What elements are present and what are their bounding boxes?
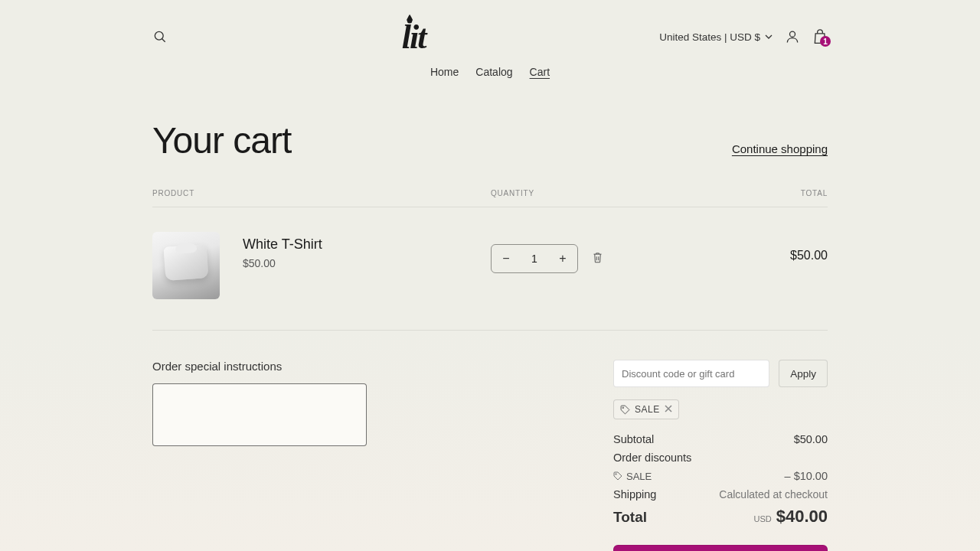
- cart-badge: 1: [820, 36, 831, 47]
- quantity-stepper: − 1 +: [491, 244, 578, 273]
- svg-point-0: [155, 31, 163, 40]
- svg-point-4: [616, 474, 617, 475]
- header: lit United States | USD $ 1: [152, 0, 828, 55]
- special-instructions: Order special instructions: [152, 360, 460, 551]
- total-label: Total: [613, 509, 647, 526]
- subtotal-label: Subtotal: [613, 433, 654, 445]
- cart-row: White T-Shirt $50.00 − 1 + $50.00: [152, 207, 828, 331]
- locale-selector[interactable]: United States | USD $: [659, 31, 773, 43]
- search-icon[interactable]: [152, 29, 168, 44]
- checkout-button[interactable]: Check out: [613, 545, 828, 551]
- page-title: Your cart: [152, 119, 291, 161]
- order-summary: Apply SALE Subtotal $50.00 Order discoun…: [613, 360, 828, 551]
- svg-point-2: [789, 31, 795, 37]
- account-icon[interactable]: [785, 29, 800, 44]
- flame-icon: [407, 15, 413, 24]
- chevron-down-icon: [765, 34, 773, 39]
- shipping-label: Shipping: [613, 488, 656, 500]
- qty-value[interactable]: 1: [521, 253, 548, 265]
- svg-line-1: [162, 39, 165, 42]
- discount-input[interactable]: [613, 360, 769, 387]
- close-icon: [665, 405, 672, 412]
- apply-discount-button[interactable]: Apply: [779, 360, 828, 387]
- logo-text: lit: [402, 18, 426, 57]
- svg-point-3: [622, 406, 624, 408]
- nav-catalog[interactable]: Catalog: [475, 66, 512, 78]
- applied-discount-chip: SALE: [613, 399, 679, 419]
- instructions-input[interactable]: [152, 383, 367, 446]
- nav-home[interactable]: Home: [430, 66, 459, 78]
- remove-item-button[interactable]: [592, 251, 603, 267]
- nav-cart[interactable]: Cart: [530, 66, 550, 78]
- line-total: $50.00: [705, 232, 828, 262]
- qty-increase-button[interactable]: +: [548, 245, 577, 272]
- qty-decrease-button[interactable]: −: [492, 245, 521, 272]
- cart-icon[interactable]: 1: [812, 28, 828, 45]
- col-total: TOTAL: [705, 189, 828, 197]
- product-name[interactable]: White T-Shirt: [243, 236, 322, 253]
- tag-icon: [620, 405, 630, 415]
- subtotal-value: $50.00: [794, 433, 828, 445]
- locale-label: United States | USD $: [659, 31, 760, 43]
- order-discounts-label: Order discounts: [613, 452, 691, 464]
- discount-value: – $10.00: [785, 470, 828, 482]
- total-value: $40.00: [776, 507, 828, 526]
- discount-name: SALE: [626, 471, 652, 482]
- primary-nav: Home Catalog Cart: [152, 55, 828, 86]
- col-product: PRODUCT: [152, 189, 491, 197]
- instructions-label: Order special instructions: [152, 360, 460, 373]
- continue-shopping-link[interactable]: Continue shopping: [732, 142, 828, 155]
- total-currency: USD: [753, 514, 771, 523]
- shipping-value: Calculated at checkout: [719, 488, 828, 500]
- remove-discount-button[interactable]: [665, 404, 672, 415]
- logo[interactable]: lit: [402, 18, 426, 57]
- col-quantity: QUANTITY: [491, 189, 705, 197]
- cart-table-header: PRODUCT QUANTITY TOTAL: [152, 189, 828, 207]
- chip-label: SALE: [635, 404, 660, 415]
- trash-icon: [592, 251, 603, 264]
- tag-icon: [613, 471, 622, 481]
- product-price: $50.00: [243, 257, 322, 269]
- product-thumbnail[interactable]: [152, 232, 220, 299]
